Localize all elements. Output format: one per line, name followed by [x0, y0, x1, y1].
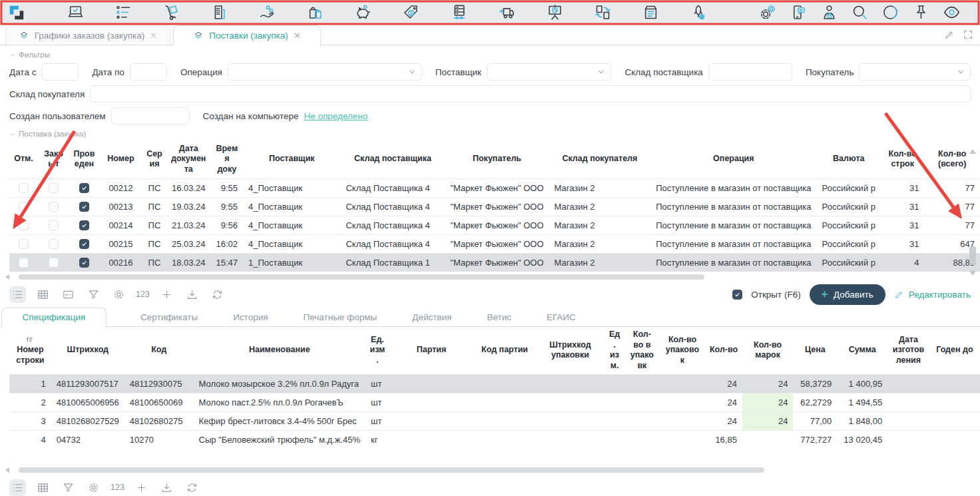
posted-checkbox[interactable]	[79, 183, 89, 193]
grid-settings-icon[interactable]	[85, 479, 102, 496]
supply-row[interactable]: 00214 ПС 21.03.24 9:56 4_Поставщик Склад…	[9, 216, 980, 234]
detail-tab[interactable]: История	[232, 308, 269, 326]
settings-gears-icon[interactable]	[759, 3, 777, 21]
delivery-truck-icon[interactable]	[498, 3, 516, 21]
supply-row[interactable]: 00216 ПС 18.03.24 15:47 1_Поставщик Скла…	[9, 253, 980, 272]
scrollbar-thumb[interactable]	[19, 274, 704, 280]
presentation-chart-icon[interactable]	[546, 3, 564, 21]
column-header[interactable]: Поставщик	[243, 140, 340, 178]
column-header[interactable]: Склад поставщика	[340, 140, 445, 178]
pushpin-icon[interactable]	[912, 3, 930, 21]
document-box-icon[interactable]	[642, 3, 660, 21]
search-icon[interactable]	[851, 3, 869, 21]
shopping-bags-icon[interactable]	[306, 3, 324, 21]
buyer-select[interactable]	[859, 63, 971, 81]
column-header[interactable]: Покупатель	[445, 140, 549, 178]
created-on-computer-link[interactable]: Не определено	[304, 111, 368, 121]
closed-checkbox[interactable]	[49, 183, 59, 193]
supplier-select[interactable]	[487, 63, 611, 81]
closed-checkbox[interactable]	[49, 239, 59, 249]
tab-order-schedules[interactable]: Графики заказов (закупка)	[5, 26, 170, 45]
tab-supplies[interactable]: Поставки (закупка)	[173, 25, 321, 45]
scroll-left-icon[interactable]	[5, 274, 9, 280]
hand-coins-icon[interactable]	[258, 3, 276, 21]
column-header[interactable]: Закрыт	[38, 140, 69, 178]
table-view-icon[interactable]	[35, 479, 51, 496]
rocket-globe-icon[interactable]	[690, 3, 708, 21]
mark-checkbox[interactable]	[19, 183, 29, 193]
column-header[interactable]: Ед. изм.	[366, 327, 389, 374]
server-rack-icon[interactable]	[450, 3, 468, 21]
open-checkbox[interactable]	[732, 290, 742, 300]
closed-checkbox[interactable]	[49, 202, 59, 212]
add-column-icon[interactable]	[133, 479, 150, 496]
mark-checkbox[interactable]	[19, 258, 29, 268]
mark-checkbox[interactable]	[19, 239, 29, 249]
closed-checkbox[interactable]	[49, 258, 59, 268]
column-header[interactable]: Код	[124, 327, 194, 374]
laptop-check-icon[interactable]	[67, 3, 85, 21]
scrollbar-thumb[interactable]	[19, 467, 764, 473]
export-icon[interactable]	[184, 286, 200, 303]
created-by-input[interactable]	[111, 107, 190, 124]
supplies-vertical-scrollbar[interactable]	[969, 149, 977, 276]
filters-section-toggle[interactable]: Фильтры	[9, 51, 980, 59]
supplier-warehouse-input[interactable]	[708, 63, 792, 81]
sort-icon[interactable]	[25, 335, 34, 344]
spec-row[interactable]: 2 4810065006956 48100650069 Молоко паст.…	[9, 393, 980, 411]
mark-checkbox[interactable]	[19, 202, 29, 212]
orders-section-toggle[interactable]: Поставка (закупка)	[9, 130, 980, 138]
edit-form-icon[interactable]	[944, 29, 955, 40]
table-view-icon[interactable]	[35, 286, 51, 303]
column-header[interactable]: Кол-во в упаковк	[624, 327, 660, 374]
refresh-icon[interactable]	[184, 479, 200, 496]
detail-tab[interactable]: Спецификация	[1, 308, 107, 327]
sync-documents-icon[interactable]	[594, 3, 612, 21]
column-header-row-number[interactable]: Номер строки	[9, 327, 51, 374]
checklist-icon[interactable]	[115, 3, 132, 21]
column-header[interactable]: Штрихкод упаковки	[536, 327, 605, 374]
refresh-icon[interactable]	[209, 286, 226, 303]
edit-button[interactable]: Редактировать	[894, 290, 971, 300]
scrollbar-thumb[interactable]	[969, 246, 976, 265]
scroll-up-icon[interactable]	[969, 149, 976, 154]
column-header[interactable]: Склад покупателя	[549, 140, 651, 178]
column-header[interactable]: Дата изготовления	[887, 327, 929, 374]
detail-tab[interactable]: Действия	[411, 308, 453, 326]
column-header[interactable]: Проведен	[69, 140, 99, 178]
column-header[interactable]: Партия	[389, 327, 473, 374]
close-tab-icon[interactable]	[294, 32, 301, 39]
numeric-columns-button[interactable]: 123	[111, 483, 124, 492]
filter-icon[interactable]	[85, 286, 102, 303]
column-header[interactable]: Дата документа	[166, 140, 211, 178]
hand-truck-icon[interactable]	[162, 3, 180, 21]
list-view-icon[interactable]	[9, 479, 26, 496]
spec-row[interactable]: 4 04732 10270 Сыр "Беловежский трюфель" …	[9, 430, 980, 449]
detail-tab[interactable]: ЕГАИС	[545, 308, 577, 326]
column-header[interactable]: Кол-во упаковок	[660, 327, 705, 374]
column-header[interactable]: Штрихкод	[51, 327, 124, 374]
column-header[interactable]: Кол-во марок	[742, 327, 793, 374]
column-header[interactable]: Операция	[650, 140, 816, 178]
column-header[interactable]: Номер	[99, 140, 142, 178]
detail-tab[interactable]: Ветис	[485, 308, 513, 326]
column-header[interactable]: Валюта	[817, 140, 881, 178]
scroll-down-icon[interactable]	[969, 271, 976, 276]
card-view-icon[interactable]	[60, 286, 77, 303]
date-from-input[interactable]	[41, 63, 79, 81]
filter-icon[interactable]	[60, 479, 77, 496]
operation-select[interactable]	[228, 63, 422, 81]
add-column-icon[interactable]	[158, 286, 175, 303]
column-header[interactable]: Наименование	[194, 327, 366, 374]
buyer-warehouse-input[interactable]	[90, 85, 971, 103]
closed-checkbox[interactable]	[49, 220, 59, 230]
column-header[interactable]: Код партии	[473, 327, 536, 374]
posted-checkbox[interactable]	[79, 258, 89, 268]
supply-row[interactable]: 00212 ПС 16.03.24 9:55 4_Поставщик Склад…	[9, 178, 980, 197]
numeric-columns-button[interactable]: 123	[136, 290, 150, 299]
clock-icon[interactable]	[881, 3, 899, 21]
posted-checkbox[interactable]	[79, 202, 89, 212]
building-icon[interactable]	[210, 3, 228, 21]
app-logo[interactable]	[8, 4, 25, 21]
column-header[interactable]: Цена	[793, 327, 837, 374]
